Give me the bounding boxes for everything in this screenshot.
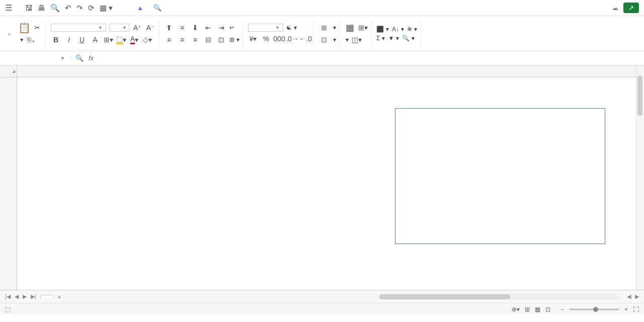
align-left-icon[interactable]: ≡ (164, 35, 174, 45)
align-right-icon[interactable]: ≡ (190, 35, 200, 45)
dec-inc-icon[interactable]: .0→ (287, 34, 297, 44)
zoom-fx-icon[interactable]: 🔍 (75, 54, 84, 62)
ribbon-collapse[interactable]: ‹ (4, 30, 14, 38)
style-icon[interactable]: ◫▾ (352, 35, 362, 45)
view-icon-1[interactable]: ⊕▾ (512, 306, 520, 313)
find-button[interactable]: 🔍▾ (402, 35, 415, 42)
hscroll-right-icon[interactable]: ▶ (635, 293, 639, 300)
bold-icon[interactable]: B (51, 35, 61, 45)
annotation-box (395, 108, 605, 244)
rowcol-icon[interactable]: ⊞ (319, 23, 329, 33)
sort-button[interactable]: A↓▾ (392, 26, 404, 33)
align-center-icon[interactable]: ≡ (177, 35, 187, 45)
strike-icon[interactable]: A̶ (90, 35, 100, 45)
print-icon[interactable]: 🖶 (38, 4, 45, 13)
status-icon: ⬚ (5, 306, 11, 313)
font-select[interactable]: ▼ (51, 24, 106, 32)
currency-icon[interactable]: ¥▾ (248, 34, 258, 44)
comma-icon[interactable]: 000 (274, 34, 284, 44)
cloud-icon[interactable]: ☁ (612, 4, 618, 12)
view-break-icon[interactable]: ⊡ (545, 306, 550, 313)
zoom-slider[interactable] (569, 308, 619, 310)
fillcolor-icon[interactable]: ⬚▾ (116, 35, 126, 45)
sheet-next-icon[interactable]: ▶ (23, 293, 27, 300)
sheet-last-icon[interactable]: ▶| (31, 293, 36, 300)
quick-access: 🖫 🖶 🔍 ↶ ↷ ⟳ ▦ ▾ (25, 4, 113, 13)
border-icon[interactable]: ⊞▾ (103, 35, 113, 45)
wps-ai[interactable]: ▲ (137, 4, 145, 12)
sheet-prev-icon[interactable]: ◀ (15, 293, 19, 300)
fontcolor-icon[interactable]: A▾ (129, 35, 139, 45)
search-icon[interactable]: 🔍 (153, 4, 162, 12)
name-box[interactable]: ▼ (0, 56, 70, 61)
copy-icon[interactable]: ⎘▾ (26, 35, 36, 45)
indent-inc-icon[interactable]: ⇥ (216, 23, 226, 33)
filter-button[interactable]: ▼▾ (388, 35, 399, 42)
rowcol-button[interactable]: ▾ (332, 24, 336, 31)
ribbon: ‹ 📋✂ ▾⎘▾ ▼ ▼ A⁺ A⁻ B I U A̶ ⊞▾ ⬚▾ A▾ ◇▾ … (0, 16, 644, 51)
preview-icon[interactable]: 🔍 (50, 4, 60, 13)
percent-icon[interactable]: % (261, 34, 271, 44)
paste-button[interactable]: ▾ (19, 36, 23, 43)
decrease-font-icon[interactable]: A⁻ (145, 23, 155, 33)
italic-icon[interactable]: I (64, 35, 74, 45)
align-mid-icon[interactable]: ≡ (177, 23, 187, 33)
select-all-corner[interactable] (0, 65, 17, 77)
orient-icon[interactable]: ⊡ (216, 35, 226, 45)
refresh-icon[interactable]: ⟳ (88, 4, 95, 13)
numfmt-select[interactable]: ▼ (248, 24, 283, 32)
zoom-out-icon[interactable]: − (560, 306, 564, 313)
increase-font-icon[interactable]: A⁺ (132, 23, 142, 33)
fx-icon[interactable]: fx (89, 54, 94, 62)
condfmt-icon[interactable]: ▦ (345, 23, 355, 33)
underline-icon[interactable]: U (77, 35, 87, 45)
sheet-tab[interactable] (40, 295, 53, 298)
vertical-scrollbar[interactable] (636, 65, 644, 290)
worksheet-icon[interactable]: ⊡ (319, 35, 329, 45)
merge-button[interactable]: ⊞▾ (229, 36, 239, 43)
horizontal-scrollbar[interactable] (378, 294, 620, 300)
condfmt-button[interactable]: ▾ (345, 36, 349, 43)
dropdown-icon[interactable]: ▦ ▾ (100, 4, 113, 13)
save-icon[interactable]: 🖫 (25, 4, 33, 13)
sum-button[interactable]: Σ▾ (376, 35, 385, 42)
align-bot-icon[interactable]: ⬇ (190, 23, 200, 33)
fullscreen-icon[interactable]: ⛶ (633, 306, 639, 313)
cut-icon[interactable]: ✂ (32, 23, 42, 33)
menu-icon[interactable]: ☰ (5, 3, 12, 13)
wrap-button[interactable]: ↵ (229, 24, 235, 31)
hscroll-left-icon[interactable]: ◀ (627, 293, 631, 300)
view-normal-icon[interactable]: ⊞ (525, 306, 530, 313)
convert-button[interactable]: ☯▾ (286, 24, 297, 31)
indent-dec-icon[interactable]: ⇤ (203, 23, 213, 33)
table-icon[interactable]: ⊞▾ (358, 23, 368, 33)
zoom-in-icon[interactable]: + (624, 306, 628, 313)
worksheet-button[interactable]: ▾ (332, 36, 336, 43)
share-button[interactable]: ↗ (623, 3, 639, 13)
redo-icon[interactable]: ↷ (76, 4, 83, 13)
dec-dec-icon[interactable]: ←.0 (300, 34, 310, 44)
align-top-icon[interactable]: ⬆ (164, 23, 174, 33)
distrib-icon[interactable]: ⊟ (203, 35, 213, 45)
undo-icon[interactable]: ↶ (65, 4, 71, 13)
paste-icon[interactable]: 📋 (19, 23, 29, 33)
size-select[interactable]: ▼ (109, 24, 129, 32)
view-page-icon[interactable]: ▦ (535, 306, 540, 313)
freeze-button[interactable]: ❄▾ (407, 26, 417, 33)
clear-icon[interactable]: ◇▾ (142, 35, 152, 45)
add-sheet-icon[interactable]: + (57, 293, 61, 301)
fill-button[interactable]: ⬛▾ (376, 26, 389, 33)
sheet-first-icon[interactable]: |◀ (5, 293, 11, 300)
